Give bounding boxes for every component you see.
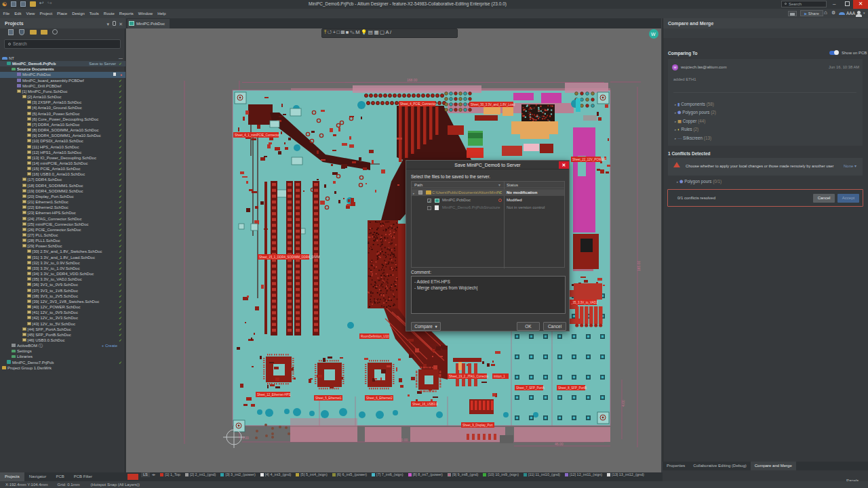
svg-text:165.00: 165.00 [637, 260, 641, 271]
svg-text:170.00: 170.00 [397, 438, 408, 442]
svg-text:RoomDefinition_U10: RoomDefinition_U10 [361, 335, 389, 338]
svg-text:Sheet_22_12V_POWER: Sheet_22_12V_POWER [572, 158, 606, 161]
svg-text:Sheet_5_Ethernet1: Sheet_5_Ethernet1 [315, 396, 342, 400]
svg-text:Sheet_19_2_JTAG_Conectix: Sheet_19_2_JTAG_Conectix [449, 375, 489, 378]
svg-text:Sheet_30_3.3V_and_1.8V_Load: Sheet_30_3.3V_and_1.8V_Load [471, 103, 515, 106]
svg-text:46.00: 46.00 [555, 442, 564, 446]
svg-text:Sheet_7_SFP_PortA: Sheet_7_SFP_PortA [516, 386, 545, 390]
svg-text:Sheet_9_Display_Port: Sheet_9_Display_Port [462, 424, 494, 427]
svg-text:4.00: 4.00 [621, 400, 625, 407]
svg-text:Sheet_12_Ethernet-HPS: Sheet_12_Ethernet-HPS [257, 393, 291, 396]
svg-text:W: W [651, 32, 656, 37]
svg-text:Sheet_16_USB3.0: Sheet_16_USB3.0 [412, 403, 438, 406]
svg-text:Sheet_15_1_DDR4_SODIMM_DDR4_DI: Sheet_15_1_DDR4_SODIMM_DDR4_DIMM [259, 256, 320, 259]
svg-text:_35_3.3V_to_VADJ: _35_3.3V_to_VADJ [570, 301, 597, 304]
svg-text:3.00: 3.00 [242, 436, 249, 440]
svg-text:168.00: 168.00 [407, 78, 418, 82]
svg-text:Sheet_4_1_miniPCIE_Connector: Sheet_4_1_miniPCIE_Connector [235, 134, 280, 137]
svg-text:inition_1: inition_1 [494, 375, 505, 378]
svg-text:Sheet_4_PCIE_Connector: Sheet_4_PCIE_Connector [400, 102, 437, 106]
svg-text:Sheet_6_Ethernet2: Sheet_6_Ethernet2 [366, 396, 393, 400]
svg-text:Sheet_8_SFP_PortB: Sheet_8_SFP_PortB [558, 386, 587, 390]
